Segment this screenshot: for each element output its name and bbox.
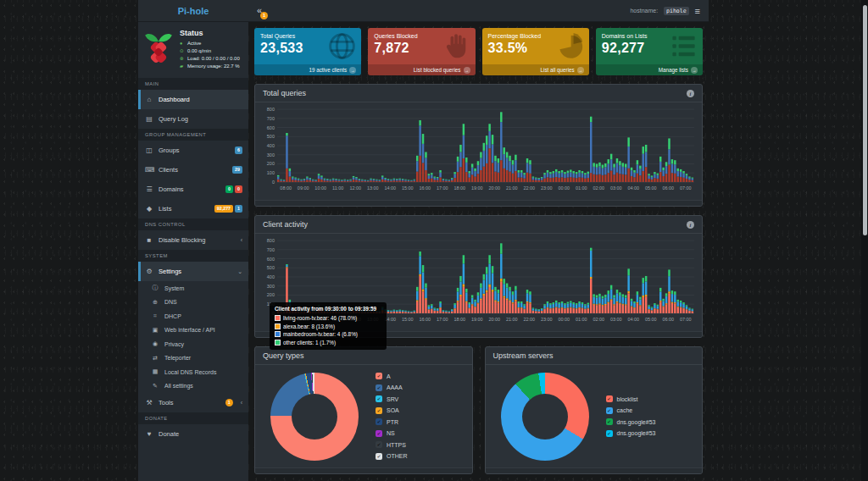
legend-swatch: ✔ [376,418,382,425]
stat-card-footer-link-percentage-blocked[interactable]: List all queries→ [482,64,589,75]
chart-tooltip: Client activity from 09:30:00 to 09:39:5… [270,302,387,350]
page-scrollbar-thumb[interactable] [863,5,867,235]
legend-item[interactable]: ✔NS [376,428,408,438]
sidebar-item-clients[interactable]: ⌨Clients29 [138,160,248,180]
legend-swatch: ✔ [376,430,382,437]
stat-footer-label: List all queries [540,67,574,73]
sidebar-item-lists[interactable]: ◆Lists92,2771 [138,199,248,218]
tooltip-text: other clients: 1 (1.7%) [283,340,336,346]
sidebar-item-label: Clients [159,166,178,174]
sidebar-item-privacy[interactable]: ◉Privacy [138,337,248,351]
sidebar-item-tools[interactable]: ⚒Tools1‹ [138,393,248,412]
badge-group: 92,2771 [214,205,242,212]
stat-card-footer-link-domains-on-lists[interactable]: Manage lists→ [596,64,703,75]
svg-text:14:00: 14:00 [384,185,396,191]
svg-text:800: 800 [267,238,275,243]
tooltip-text: alexa.bear: 8 (13.6%) [283,323,335,329]
legend-item[interactable]: ✔blocklist [606,395,656,404]
chevron-left-icon: ‹ [241,237,242,243]
menu-section-header: MAIN [138,78,248,90]
sidebar-item-label: Teleporter [164,355,191,361]
query-types-card: Query types ✔A✔AAAA✔SRV✔SOA✔PTR✔NS✔HTTPS… [254,346,473,474]
legend-swatch: ✔ [376,441,382,448]
legend-swatch: ✔ [606,418,613,425]
stat-card-title: Queries Blocked [368,28,475,39]
svg-text:13:00: 13:00 [367,185,379,191]
legend-item[interactable]: ✔OTHER [376,451,408,461]
sidebar-item-all-settings[interactable]: ✎All settings [138,379,248,394]
legend-item[interactable]: ✔dns.google#53 [606,417,656,427]
upstream-servers-chart[interactable] [501,373,589,461]
top-navbar: Pi-hole « 1 hostname: pihole ≡ [138,0,709,22]
sidebar-item-label: Lists [159,205,171,213]
svg-text:17:00: 17:00 [437,317,448,322]
menu-section-header: DONATE [138,412,248,424]
legend-item[interactable]: ✔A [376,372,408,381]
navbar-right: hostname: pihole ≡ [630,6,709,16]
info_circle-icon: ⓘ [151,284,159,292]
sidebar-item-dhcp[interactable]: ⌗DHCP [138,309,248,323]
sidebar-item-disable-blocking[interactable]: ■Disable Blocking‹ [138,230,248,250]
stat-card-title: Domains on Lists [596,28,703,39]
sidebar-item-web-interface-api[interactable]: ▣Web interface / API [138,323,248,338]
hamburger-menu-icon[interactable]: ≡ [695,6,700,16]
legend-item[interactable]: ✔AAAA [376,383,408,392]
tooltip-text: mainbedroom-tv.bear: 4 (6.8%) [283,331,358,337]
svg-text:17:00: 17:00 [437,185,448,191]
edit-icon: ✎ [151,383,159,390]
info-icon[interactable]: i [687,90,694,97]
sidebar-item-dns[interactable]: ⊕DNS [138,296,248,310]
legend-item[interactable]: ✔SOA [376,406,408,415]
legend-item[interactable]: ✔dns.google#53 [606,428,656,438]
query-types-chart[interactable] [270,373,359,461]
sidebar-item-teleporter[interactable]: ⇄Teleporter [138,351,248,366]
svg-text:00:00: 00:00 [558,317,570,322]
svg-text:09:00: 09:00 [298,185,309,191]
desktop-background: Pi-hole « 1 hostname: pihole ≡ [0,0,868,481]
sidebar-item-label: System [164,285,184,291]
stat-footer-label: 19 active clients [309,67,347,73]
legend-item[interactable]: ✔cache [606,406,656,415]
submenu-settings: ⓘSystem⊕DNS⌗DHCP▣Web interface / API◉Pri… [138,281,248,393]
legend-item[interactable]: ✔SRV [376,395,408,404]
stat-card-footer-link-total-queries[interactable]: 19 active clients→ [254,64,361,75]
svg-text:05:00: 05:00 [645,317,657,322]
legend-item[interactable]: ✔PTR [376,417,408,427]
svg-text:22:00: 22:00 [523,185,535,191]
sidebar-item-local-dns-records[interactable]: ▦Local DNS Records [138,365,248,379]
sidebar-item-groups[interactable]: ◫Groups6 [138,141,248,160]
badge-group: 1 [225,399,233,406]
upstream-servers-title: Upstream servers [493,351,554,360]
svg-text:12:00: 12:00 [349,185,361,191]
info-icon[interactable]: i [687,221,694,229]
total-queries-card: Total queries i 010020030040050060070080… [254,84,703,207]
sidebar-item-settings[interactable]: ⚙Settings⌄ [138,262,248,281]
legend-label: dns.google#53 [617,430,656,436]
sidebar-item-query-log[interactable]: ▤Query Log [138,109,248,129]
svg-text:05:00: 05:00 [645,185,657,191]
sidebar-item-donate[interactable]: ♥Donate [138,424,248,444]
stat-card-domains-on-lists: Domains on Lists92,277Manage lists→ [596,28,703,75]
svg-text:23:00: 23:00 [541,317,553,322]
legend-label: SOA [387,407,399,413]
svg-text:21:00: 21:00 [506,185,518,191]
status-load-icon: ⊛ [180,55,185,63]
sidebar-item-dashboard[interactable]: ⌂Dashboard [138,90,248,109]
stat-card-value: 33.5% [482,39,589,56]
legend-swatch: ✔ [606,395,613,402]
sidebar-item-label: Donate [159,430,179,438]
svg-text:06:00: 06:00 [662,317,674,322]
brand-link[interactable]: Pi-hole [138,6,248,16]
legend-item[interactable]: ✔HTTPS [376,440,408,450]
total-queries-chart[interactable]: 010020030040050060070080008:0009:0010:00… [260,105,697,196]
svg-text:0: 0 [272,180,275,185]
sidebar-item-label: Disable Blocking [159,236,205,244]
sidebar-collapse-button[interactable]: « 1 [257,6,262,15]
tooltip-row: mainbedroom-tv.bear: 4 (6.8%) [275,330,381,339]
stat-card-footer-link-queries-blocked[interactable]: List blocked queries→ [368,64,475,75]
sidebar-item-system[interactable]: ⓘSystem [138,281,248,296]
sidebar-item-label: Privacy [164,341,184,347]
sidebar-item-domains[interactable]: ☰Domains00 [138,180,248,199]
stop-icon: ■ [145,236,153,244]
svg-text:10:00: 10:00 [314,185,326,191]
